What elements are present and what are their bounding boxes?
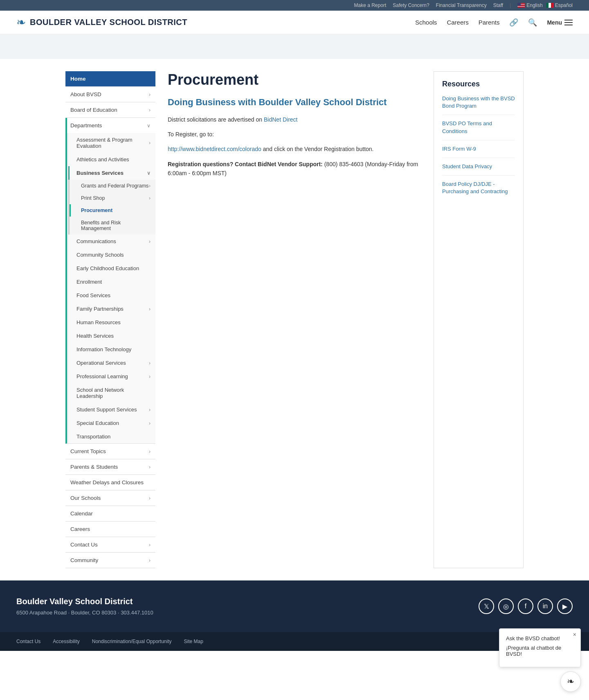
sub-item-professional-learning[interactable]: Professional Learning › — [68, 370, 155, 383]
sidebar-departments-link[interactable]: Departments ∨ — [67, 118, 155, 133]
language-selector[interactable]: English Español — [517, 2, 573, 8]
sub-item-communications[interactable]: Communications › — [68, 235, 155, 248]
sub-sub-item-procurement[interactable]: Procurement — [70, 204, 155, 217]
transportation-link[interactable]: Transportation — [68, 430, 155, 443]
sub-item-food-services[interactable]: Food Services — [68, 289, 155, 302]
resource-bond-link[interactable]: Doing Business with the BVSD Bond Progra… — [442, 95, 515, 110]
resource-item-student-data[interactable]: Student Data Privacy — [442, 163, 515, 176]
bidnet-direct-link[interactable]: BidNet Direct — [264, 116, 297, 123]
it-link[interactable]: Information Technology — [68, 343, 155, 356]
sidebar-item-calendar[interactable]: Calendar — [65, 506, 155, 522]
menu-button[interactable]: Menu — [547, 19, 573, 26]
english-label[interactable]: English — [526, 2, 542, 8]
sub-item-it[interactable]: Information Technology — [68, 343, 155, 356]
sub-item-health-services[interactable]: Health Services — [68, 329, 155, 343]
sidebar-item-community[interactable]: Community › — [65, 553, 155, 568]
sidebar-item-parents-students[interactable]: Parents & Students › — [65, 459, 155, 475]
linkedin-icon[interactable]: in — [537, 598, 553, 614]
chatbot-close-button[interactable]: × — [573, 631, 576, 638]
contact-link[interactable]: Contact Us › — [65, 537, 155, 552]
sidebar-item-about[interactable]: About BVSD › — [65, 87, 155, 102]
sub-item-human-resources[interactable]: Human Resources — [68, 316, 155, 329]
sub-sub-item-grants[interactable]: Grants and Federal Programs › — [70, 180, 155, 192]
health-services-link[interactable]: Health Services — [68, 329, 155, 343]
sidebar-item-current-topics[interactable]: Current Topics › — [65, 444, 155, 459]
sub-item-school-network[interactable]: School and Network Leadership — [68, 383, 155, 403]
sub-item-early-childhood[interactable]: Early Childhood Education — [68, 262, 155, 275]
sidebar-item-our-schools[interactable]: Our Schools › — [65, 490, 155, 506]
footer-site-map[interactable]: Site Map — [184, 639, 203, 644]
school-network-link[interactable]: School and Network Leadership — [68, 383, 155, 403]
parents-students-link[interactable]: Parents & Students › — [65, 459, 155, 474]
professional-learning-link[interactable]: Professional Learning › — [68, 370, 155, 383]
link-icon[interactable]: 🔗 — [509, 18, 518, 27]
athletics-link[interactable]: Athletics and Activities — [68, 153, 155, 166]
family-partnerships-link[interactable]: Family Partnerships › — [68, 302, 155, 316]
register-url-link[interactable]: http://www.bidnetdirect.com/colorado — [168, 146, 261, 152]
careers-link[interactable]: Careers — [65, 522, 155, 537]
logo[interactable]: ❧ BOULDER VALLEY SCHOOL DISTRICT — [16, 16, 187, 29]
footer-accessibility[interactable]: Accessibility — [53, 639, 79, 644]
nav-schools[interactable]: Schools — [415, 19, 437, 26]
sub-item-family-partnerships[interactable]: Family Partnerships › — [68, 302, 155, 316]
sidebar-item-careers[interactable]: Careers — [65, 522, 155, 537]
nav-careers[interactable]: Careers — [447, 19, 468, 26]
facebook-icon[interactable]: f — [518, 598, 533, 614]
staff-link[interactable]: Staff — [493, 2, 503, 8]
resource-item-board-policy[interactable]: Board Policy DJ/DJE - Purchasing and Con… — [442, 181, 515, 195]
search-icon[interactable]: 🔍 — [528, 18, 537, 27]
footer-nondiscrimination[interactable]: Nondiscrimination/Equal Opportunity — [92, 639, 172, 644]
grants-link[interactable]: Grants and Federal Programs › — [70, 180, 155, 192]
food-services-link[interactable]: Food Services — [68, 289, 155, 302]
human-resources-link[interactable]: Human Resources — [68, 316, 155, 329]
current-topics-link[interactable]: Current Topics › — [65, 444, 155, 459]
sub-item-student-support[interactable]: Student Support Services › — [68, 403, 155, 416]
student-support-link[interactable]: Student Support Services › — [68, 403, 155, 416]
make-report-link[interactable]: Make a Report — [354, 2, 387, 8]
resource-item-po-terms[interactable]: BVSD PO Terms and Conditions — [442, 120, 515, 140]
sidebar-about-link[interactable]: About BVSD › — [65, 87, 155, 102]
financial-transparency-link[interactable]: Financial Transparency — [436, 2, 487, 8]
special-education-link[interactable]: Special Education › — [68, 416, 155, 430]
resource-student-data-link[interactable]: Student Data Privacy — [442, 163, 515, 170]
benefits-link[interactable]: Benefits and Risk Management — [70, 217, 155, 235]
sub-item-enrollment[interactable]: Enrollment — [68, 275, 155, 289]
sidebar-home-link[interactable]: Home — [65, 71, 155, 86]
sub-sub-item-printshop[interactable]: Print Shop › — [70, 192, 155, 204]
community-schools-link[interactable]: Community Schools — [68, 248, 155, 262]
safety-concern-link[interactable]: Safety Concern? — [393, 2, 429, 8]
twitter-icon[interactable]: 𝕏 — [479, 598, 494, 614]
resource-irs-link[interactable]: IRS Form W-9 — [442, 145, 515, 153]
enrollment-link[interactable]: Enrollment — [68, 275, 155, 289]
resource-item-bond[interactable]: Doing Business with the BVSD Bond Progra… — [442, 95, 515, 115]
sub-item-transportation[interactable]: Transportation — [68, 430, 155, 443]
english-lang[interactable]: English — [517, 2, 542, 8]
spanish-label[interactable]: Español — [555, 2, 573, 8]
sidebar-item-contact[interactable]: Contact Us › — [65, 537, 155, 553]
resource-po-terms-link[interactable]: BVSD PO Terms and Conditions — [442, 120, 515, 135]
sub-item-business-services[interactable]: Business Services ∨ Grants and Federal P… — [68, 166, 155, 235]
early-childhood-link[interactable]: Early Childhood Education — [68, 262, 155, 275]
sidebar-board-link[interactable]: Board of Education › — [65, 102, 155, 117]
assessment-link[interactable]: Assessment & Program Evaluation › — [68, 133, 155, 153]
sub-item-athletics[interactable]: Athletics and Activities — [68, 153, 155, 166]
sidebar-item-departments[interactable]: Departments ∨ Assessment & Program Evalu… — [65, 118, 155, 444]
sidebar-item-board[interactable]: Board of Education › — [65, 102, 155, 118]
sidebar-item-home[interactable]: Home — [65, 71, 155, 87]
youtube-icon[interactable]: ▶ — [557, 598, 573, 614]
sub-item-operational[interactable]: Operational Services › — [68, 356, 155, 370]
printshop-link[interactable]: Print Shop › — [70, 192, 155, 204]
sub-item-assessment[interactable]: Assessment & Program Evaluation › — [68, 133, 155, 153]
nav-parents[interactable]: Parents — [479, 19, 500, 26]
business-services-link[interactable]: Business Services ∨ — [68, 166, 155, 180]
footer-contact-us[interactable]: Contact Us — [16, 639, 40, 644]
community-link[interactable]: Community › — [65, 553, 155, 568]
sub-sub-item-benefits[interactable]: Benefits and Risk Management — [70, 217, 155, 235]
instagram-icon[interactable]: ◎ — [498, 598, 514, 614]
operational-link[interactable]: Operational Services › — [68, 356, 155, 370]
our-schools-link[interactable]: Our Schools › — [65, 490, 155, 506]
sidebar-item-weather[interactable]: Weather Delays and Closures — [65, 475, 155, 490]
calendar-link[interactable]: Calendar — [65, 506, 155, 521]
weather-link[interactable]: Weather Delays and Closures — [65, 475, 155, 490]
procurement-link[interactable]: Procurement — [70, 204, 155, 217]
